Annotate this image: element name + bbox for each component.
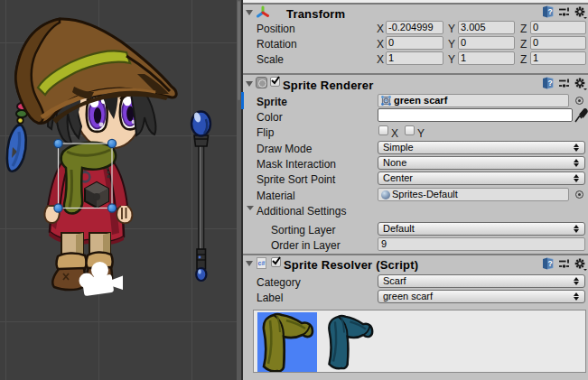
svg-text:?: ? <box>547 7 552 16</box>
